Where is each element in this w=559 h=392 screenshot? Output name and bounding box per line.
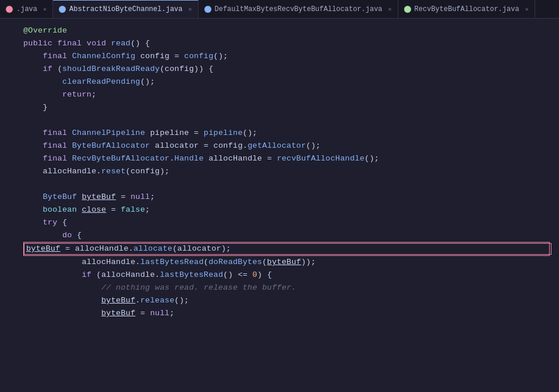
code-line-10: final ByteBufAllocator allocator = confi…: [0, 140, 559, 152]
code-line-2: public final void read() {: [0, 37, 559, 50]
tab-label-java: .java: [16, 5, 37, 13]
code-line-6: return;: [0, 88, 559, 101]
code-line-5: clearReadPending();: [0, 76, 559, 88]
code-line-11: final RecvByteBufAllocator.Handle allocH…: [0, 152, 559, 165]
close-tab-default-max[interactable]: ✕: [388, 6, 392, 13]
code-line-7: }: [0, 101, 559, 114]
line-content-15: boolean close = false;: [23, 204, 550, 216]
code-line-3: final ChannelConfig config = config();: [0, 50, 559, 63]
code-line-12: allocHandle.reset(config);: [0, 165, 559, 178]
code-line-15: boolean close = false;: [0, 204, 559, 216]
tab-icon-recv: [404, 6, 411, 13]
code-line-16: try {: [0, 216, 559, 229]
code-line-14: ByteBuf byteBuf = null;: [0, 191, 559, 204]
code-line-17: do {: [0, 229, 559, 242]
line-content-22: byteBuf.release();: [23, 294, 550, 307]
code-line-4: if (shouldBreakReadReady(config)) {: [0, 63, 559, 76]
line-content-21: // nothing was read. release the buffer.: [23, 281, 550, 294]
line-content-1: @Override: [23, 24, 550, 37]
line-content-7: }: [23, 101, 550, 114]
line-content-17: do {: [23, 229, 550, 242]
line-content-8: [23, 114, 550, 127]
line-content-14: ByteBuf byteBuf = null;: [23, 191, 550, 204]
close-tab-abstract-nio[interactable]: ✕: [188, 6, 192, 13]
code-line-22: byteBuf.release();: [0, 294, 559, 307]
line-content-20: if (allocHandle.lastBytesRead() <= 0) {: [23, 269, 550, 281]
code-line-18-highlighted: byteBuf = allocHandle.allocate(allocator…: [0, 242, 559, 256]
line-content-12: allocHandle.reset(config);: [23, 165, 550, 178]
tab-label-abstract-nio: AbstractNioByteChannel.java: [69, 5, 182, 13]
tab-bar: .java ✕ AbstractNioByteChannel.java ✕ De…: [0, 0, 559, 19]
line-content-3: final ChannelConfig config = config();: [23, 50, 550, 63]
line-content-9: final ChannelPipeline pipeline = pipelin…: [23, 127, 550, 140]
line-content-10: final ByteBufAllocator allocator = confi…: [23, 140, 550, 152]
line-content-11: final RecvByteBufAllocator.Handle allocH…: [23, 152, 550, 165]
line-content-13: [23, 178, 550, 191]
tab-label-recv: RecvByteBufAllocator.java: [415, 5, 519, 13]
code-editor: @Override public final void read() { fin…: [0, 19, 559, 392]
code-line-8: [0, 114, 559, 127]
code-line-21: // nothing was read. release the buffer.: [0, 281, 559, 294]
tab-icon-java: [6, 6, 13, 13]
line-content-6: return;: [23, 88, 550, 101]
line-content-23: byteBuf = null;: [23, 307, 550, 320]
line-content-19: allocHandle.lastBytesRead(doReadBytes(by…: [23, 256, 550, 269]
code-line-19: allocHandle.lastBytesRead(doReadBytes(by…: [0, 256, 559, 269]
tab-abstract-nio[interactable]: AbstractNioByteChannel.java ✕: [53, 0, 198, 18]
line-content-4: if (shouldBreakReadReady(config)) {: [23, 63, 550, 76]
line-content-2: public final void read() {: [23, 37, 550, 50]
tab-java[interactable]: .java ✕: [0, 0, 53, 18]
close-tab-recv[interactable]: ✕: [525, 6, 529, 13]
tab-recv[interactable]: RecvByteBufAllocator.java ✕: [398, 0, 535, 18]
code-line-13: [0, 178, 559, 191]
code-line-9: final ChannelPipeline pipeline = pipelin…: [0, 127, 559, 140]
tab-label-default-max: DefaultMaxBytesRecvByteBufAllocator.java: [215, 5, 383, 13]
tab-icon-abstract-nio: [59, 6, 66, 13]
tab-icon-default-max: [204, 6, 211, 13]
line-content-5: clearReadPending();: [23, 76, 550, 88]
code-line-23: byteBuf = null;: [0, 307, 559, 320]
close-tab-java[interactable]: ✕: [43, 6, 47, 13]
line-content-18: byteBuf = allocHandle.allocate(allocator…: [23, 242, 550, 256]
tab-default-max[interactable]: DefaultMaxBytesRecvByteBufAllocator.java…: [199, 0, 398, 18]
line-content-16: try {: [23, 216, 550, 229]
code-line-1: @Override: [0, 24, 559, 37]
code-line-20: if (allocHandle.lastBytesRead() <= 0) {: [0, 269, 559, 281]
